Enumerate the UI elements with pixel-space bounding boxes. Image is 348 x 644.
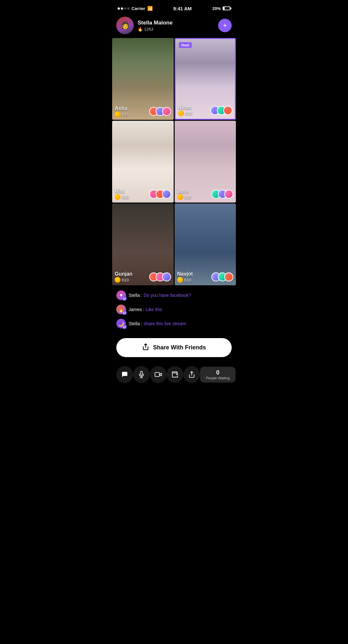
chat-badge-3: 12 bbox=[122, 325, 127, 329]
gunjan-viewers bbox=[149, 272, 171, 281]
bottom-bar: 0 People Waiting bbox=[111, 362, 237, 392]
status-left: Carrier 📶 bbox=[118, 6, 153, 11]
stream-item-ritu[interactable]: Ritu 610 bbox=[112, 121, 174, 203]
status-bar: Carrier 📶 9:41 AM 20% bbox=[111, 0, 237, 14]
chat-username-3: Stella bbox=[129, 321, 140, 326]
viewer-avatar-n3 bbox=[224, 272, 233, 281]
coin-icon bbox=[115, 111, 121, 117]
waiting-label: People Waiting bbox=[205, 376, 230, 380]
gunjan-name: Gunjan bbox=[115, 271, 132, 277]
viewer-avatar-3 bbox=[162, 107, 171, 116]
stream-item-asha[interactable]: Asha 610 bbox=[112, 38, 174, 120]
kiran-name: Kiran bbox=[178, 105, 192, 110]
user-avatar-image: 👩 bbox=[116, 17, 134, 34]
jass-viewers bbox=[211, 190, 233, 199]
signal-dot-2 bbox=[121, 7, 123, 10]
navjot-coin-value: 610 bbox=[184, 278, 191, 282]
chat-message-1: ♥ 12 Stella : Do you have facebook? bbox=[116, 290, 232, 300]
chat-username-1: Stella bbox=[129, 293, 140, 298]
chat-badge-1: 12 bbox=[122, 296, 127, 301]
gunjan-bottom: Gunjan 610 bbox=[115, 271, 171, 283]
signal-dots bbox=[118, 7, 130, 10]
ritu-coin-value: 610 bbox=[122, 195, 129, 200]
chat-avatar-james: 🔥 12 bbox=[116, 305, 126, 314]
chat-avatar-stella-2: 🌙 12 bbox=[116, 319, 126, 328]
user-header: 👩 Stella Malone 🔥 1263 + bbox=[111, 14, 237, 38]
battery-bar bbox=[223, 6, 230, 10]
people-waiting-box: 0 People Waiting bbox=[200, 367, 236, 383]
asha-name: Asha bbox=[115, 106, 129, 111]
status-time: 9:41 AM bbox=[173, 6, 192, 11]
chat-username-2: James bbox=[129, 307, 142, 312]
ritu-bottom: Ritu 610 bbox=[115, 188, 171, 200]
coin-icon-jass bbox=[177, 194, 183, 200]
jass-bottom: Jass 610 bbox=[177, 188, 234, 200]
mic-button[interactable] bbox=[133, 366, 150, 383]
jass-name: Jass bbox=[177, 188, 191, 194]
battery-percent: 20% bbox=[212, 6, 221, 11]
asha-coin-value: 610 bbox=[122, 112, 129, 117]
svg-marker-3 bbox=[160, 373, 161, 376]
battery-fill bbox=[223, 7, 225, 10]
carrier-label: Carrier bbox=[131, 6, 145, 11]
stream-item-navjot[interactable]: Navjot 610 bbox=[175, 204, 236, 285]
coin-icon-ritu bbox=[115, 194, 121, 200]
stream-item-gunjan[interactable]: Gunjan 610 bbox=[112, 204, 174, 285]
stream-item-kiran[interactable]: Host Kiran 610 bbox=[175, 38, 236, 120]
svg-rect-4 bbox=[155, 373, 160, 377]
chat-message-content-1: Do you have facebook? bbox=[144, 293, 191, 298]
waiting-count: 0 bbox=[205, 369, 230, 376]
coin-icon-navjot bbox=[177, 277, 183, 283]
chat-colon-3: : bbox=[141, 321, 144, 326]
gunjan-coin-value: 610 bbox=[122, 278, 129, 282]
wallet-button[interactable] bbox=[167, 366, 183, 383]
user-score: 🔥 1263 bbox=[138, 27, 214, 32]
share-section: Share With Friends bbox=[111, 336, 237, 362]
chat-message-2: 🔥 12 James : Like this bbox=[116, 305, 232, 314]
navjot-name: Navjot bbox=[177, 271, 193, 277]
viewer-avatar-k3 bbox=[223, 106, 232, 115]
flame-icon: 🔥 bbox=[138, 27, 143, 32]
kiran-bottom: Kiran 610 bbox=[178, 105, 233, 116]
kiran-viewers bbox=[210, 106, 232, 115]
follow-button[interactable]: + bbox=[218, 19, 232, 32]
ritu-coins: 610 bbox=[115, 194, 129, 200]
chat-section: ♥ 12 Stella : Do you have facebook? 🔥 12… bbox=[111, 285, 237, 336]
asha-coins: 610 bbox=[115, 111, 129, 117]
status-right: 20% bbox=[212, 6, 230, 11]
viewer-avatar-j3 bbox=[224, 190, 233, 199]
score-value: 1263 bbox=[144, 27, 153, 32]
chat-button[interactable] bbox=[116, 366, 133, 383]
navjot-bottom: Navjot 610 bbox=[177, 271, 234, 283]
chat-message-3: 🌙 12 Stella : share this live stream bbox=[116, 319, 232, 328]
navjot-coins: 610 bbox=[177, 277, 193, 283]
jass-coin-value: 610 bbox=[184, 195, 191, 200]
asha-viewers bbox=[149, 107, 171, 116]
chat-text-2: James : Like this bbox=[129, 307, 162, 312]
user-avatar: 👩 bbox=[116, 17, 134, 34]
coin-icon-gunjan bbox=[115, 277, 121, 283]
share-bottom-button[interactable] bbox=[183, 366, 200, 383]
video-button[interactable] bbox=[150, 366, 167, 383]
navjot-viewers bbox=[211, 272, 233, 281]
chat-message-content-3: share this live stream bbox=[144, 321, 186, 326]
user-avatar-container: 👩 bbox=[116, 17, 134, 34]
stream-item-jass[interactable]: Jass 610 bbox=[175, 121, 236, 203]
user-info: Stella Malone 🔥 1263 bbox=[138, 20, 214, 32]
host-badge: Host bbox=[179, 42, 192, 48]
chat-avatar-stella-1: ♥ 12 bbox=[116, 290, 126, 300]
chat-message-content-2: Like this bbox=[146, 307, 162, 312]
signal-dot-1 bbox=[118, 7, 120, 10]
share-with-friends-button[interactable]: Share With Friends bbox=[116, 338, 232, 357]
wifi-icon: 📶 bbox=[147, 6, 153, 11]
signal-dot-3 bbox=[124, 7, 126, 10]
ritu-name: Ritu bbox=[115, 188, 129, 194]
coin-icon-kiran bbox=[178, 110, 184, 116]
battery-indicator bbox=[223, 6, 230, 10]
kiran-coin-value: 610 bbox=[185, 111, 192, 116]
user-name: Stella Malone bbox=[138, 20, 214, 26]
viewer-avatar-r3 bbox=[162, 190, 171, 199]
jass-coins: 610 bbox=[177, 194, 191, 200]
chat-text-1: Stella : Do you have facebook? bbox=[129, 293, 191, 298]
gunjan-coins: 610 bbox=[115, 277, 132, 283]
